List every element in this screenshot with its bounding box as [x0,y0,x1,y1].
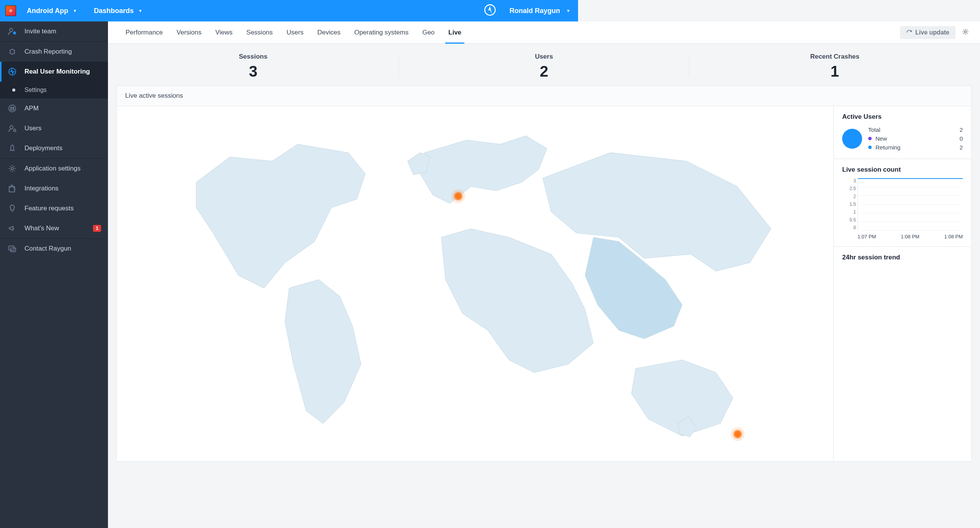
chevron-down-icon: ▼ [566,8,570,13]
users-icon [7,123,18,134]
app-logo-icon [5,5,16,16]
sidebar-item-label: Users [24,125,41,132]
sidebar-subitem-settings[interactable]: Settings [0,82,108,98]
sidebar-sub-label: Settings [24,87,47,93]
tab-label: Live [448,29,461,36]
raygun-brand-icon[interactable] [483,3,497,18]
pulse-icon [7,66,18,77]
sidebar-item-label: Contact Raygun [24,245,71,253]
user-menu-dropdown[interactable]: Ronald Raygun ▼ [507,4,573,18]
sidebar-item-apm[interactable]: APM [0,98,108,118]
kpi-value: 2 [399,63,578,80]
tab-label: Sessions [247,29,273,36]
top-bar: Android App ▼ Dashboards ▼ Ronald Raygun… [0,0,578,21]
invite-team-icon [7,26,18,37]
kpi-value: 3 [108,63,399,80]
sidebar-item-label: Integrations [24,185,59,192]
bullet-icon [12,89,15,92]
dashboards-label: Dashboards [94,7,134,15]
chat-icon [7,243,18,254]
logo-glyph-icon [8,8,14,14]
kpi-sessions: Sessions 3 [108,53,399,80]
app-switcher-dropdown[interactable]: Android App ▼ [23,4,81,18]
sidebar-item-label: Application settings [24,165,80,172]
tab-versions[interactable]: Versions [170,22,208,43]
whats-new-badge: 1 [93,225,101,232]
tab-label: Users [287,29,304,36]
sidebar-item-label: What's New [24,225,59,232]
sidebar-item-users[interactable]: Users [0,118,108,138]
sidebar-item-rum[interactable]: Real User Monitoring [0,62,108,82]
svg-point-2 [10,28,13,31]
map-hotspot-europe[interactable] [454,192,463,201]
sidebar-item-label: Real User Monitoring [24,68,90,75]
svg-point-10 [11,167,13,170]
tab-views[interactable]: Views [209,22,240,43]
lightbulb-icon [7,203,18,214]
tab-geo[interactable]: Geo [415,22,441,43]
sidebar-item-crash-reporting[interactable]: Crash Reporting [0,42,108,62]
sidebar: Invite team Crash Reporting Real User Mo… [0,21,108,311]
main-content: Performance Versions Views Sessions User… [108,21,578,311]
dashboards-dropdown[interactable]: Dashboards ▼ [90,4,146,18]
kpi-label: Users [399,53,578,61]
sidebar-item-integrations[interactable]: Integrations [0,179,108,198]
tab-label: Versions [176,29,201,36]
rocket-icon [7,143,18,154]
tab-live[interactable]: Live [441,22,468,43]
svg-point-8 [10,126,13,129]
app-name-label: Android App [27,7,68,15]
bug-icon [7,46,18,57]
user-name-label: Ronald Raygun [510,7,560,15]
puzzle-icon [7,183,18,194]
live-sessions-panel: Live active sessions [116,85,578,311]
map-svg [145,106,578,311]
kpi-label: Sessions [108,53,399,61]
megaphone-icon [7,223,18,234]
tab-users[interactable]: Users [280,22,310,43]
chevron-down-icon: ▼ [73,8,77,13]
tab-label: Operating systems [354,29,408,36]
sidebar-item-invite-team[interactable]: Invite team [0,21,108,41]
sidebar-item-app-settings[interactable]: Application settings [0,159,108,179]
sidebar-item-contact[interactable]: Contact Raygun [0,239,108,259]
kpi-row: Sessions 3 Users 2 Recent Crashes 1 [108,44,578,85]
calendar-icon [7,103,18,114]
tab-os[interactable]: Operating systems [347,22,415,43]
tab-label: Geo [422,29,434,36]
sidebar-item-label: Feature requests [24,205,74,212]
tab-bar: Performance Versions Views Sessions User… [108,21,578,44]
world-map[interactable] [117,106,578,311]
sidebar-item-label: APM [24,105,39,112]
sidebar-item-deployments[interactable]: Deployments [0,138,108,158]
panel-title: Live active sessions [117,86,578,106]
gear-icon [7,163,18,174]
kpi-users: Users 2 [399,53,578,80]
sidebar-item-label: Invite team [24,28,56,35]
svg-point-0 [9,9,12,12]
sidebar-item-label: Deployments [24,144,62,152]
chevron-down-icon: ▼ [138,8,142,13]
svg-rect-11 [9,187,15,192]
sidebar-item-whats-new[interactable]: What's New 1 [0,218,108,238]
tab-sessions[interactable]: Sessions [240,22,280,43]
tab-devices[interactable]: Devices [310,22,347,43]
tab-label: Performance [126,29,163,36]
sidebar-item-label: Crash Reporting [24,48,72,56]
sidebar-item-feature-requests[interactable]: Feature requests [0,198,108,218]
tab-label: Devices [317,29,340,36]
tab-performance[interactable]: Performance [119,22,170,43]
tab-label: Views [216,29,233,36]
svg-point-4 [10,49,15,54]
